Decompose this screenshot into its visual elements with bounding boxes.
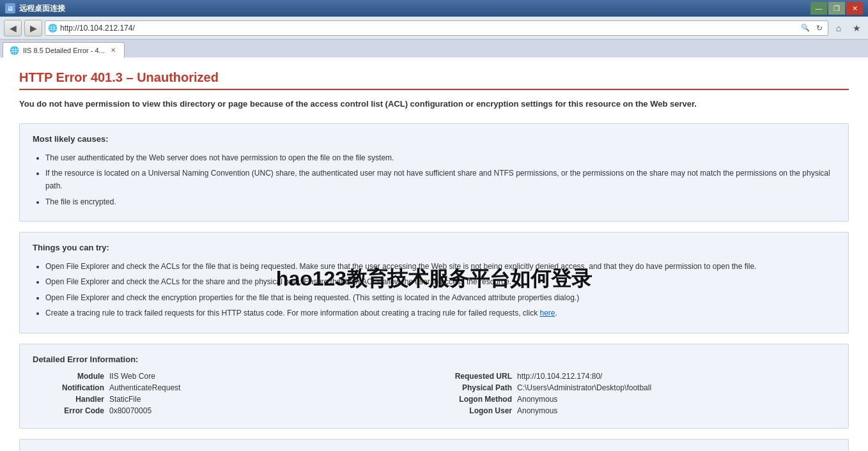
detail-logonmethod-row: Logon Method Anonymous <box>440 395 835 404</box>
thing-item-3: Open File Explorer and check the encrypt… <box>45 291 835 304</box>
notification-value: AuthenticateRequest <box>109 383 180 392</box>
window-chrome: 🖥 远程桌面连接 — ❐ ✕ ◀ ▶ 🌐 🔍 ↻ ⌂ ★ 🌐 <box>0 0 868 451</box>
detail-title: Detailed Error Information: <box>33 355 835 364</box>
detail-handler-row: Handler StaticFile <box>33 395 428 404</box>
module-label: Module <box>33 372 109 381</box>
logonuser-label: Logon User <box>440 406 517 415</box>
tab-bar: 🌐 IIS 8.5 Detailed Error - 4... ✕ <box>0 40 868 57</box>
error-description: You do not have permission to view this … <box>19 98 849 111</box>
restore-button[interactable]: ❐ <box>828 2 845 15</box>
detail-notification-row: Notification AuthenticateRequest <box>33 383 428 392</box>
cause-item-1: The user authenticated by the Web server… <box>45 151 835 164</box>
error-title: HTTP Error 401.3 – Unauthorized <box>19 70 849 90</box>
detail-columns: Module IIS Web Core Notification Authent… <box>33 372 835 418</box>
tab-icon: 🌐 <box>10 46 19 55</box>
logonmethod-label: Logon Method <box>440 395 517 404</box>
logonmethod-value: Anonymous <box>517 395 557 404</box>
path-value: C:\Users\Administrator\Desktop\football <box>517 383 651 392</box>
notification-label: Notification <box>33 383 109 392</box>
detail-section: Detailed Error Information: Module IIS W… <box>19 344 849 429</box>
thing-item-1: Open File Explorer and check the ACLs fo… <box>45 260 835 273</box>
url-value: http://10.104.212.174:80/ <box>517 372 602 381</box>
causes-list: The user authenticated by the Web server… <box>33 151 835 209</box>
browser-content: hao123教育技术服务平台如何登录 HTTP Error 401.3 – Un… <box>0 57 868 451</box>
address-refresh-button[interactable]: ↻ <box>814 22 825 34</box>
url-label: Requested URL <box>440 372 517 381</box>
title-bar-left: 🖥 远程桌面连接 <box>5 3 65 14</box>
back-button[interactable]: ◀ <box>4 20 22 36</box>
thing-item-4: Create a tracing rule to track failed re… <box>45 307 835 319</box>
path-label: Physical Path <box>440 383 517 392</box>
home-button[interactable]: ⌂ <box>831 20 846 36</box>
window-title: 远程桌面连接 <box>19 3 65 14</box>
thing-item-2: Open File Explorer and check the ACLs fo… <box>45 275 835 288</box>
things-list: Open File Explorer and check the ACLs fo… <box>33 260 835 320</box>
address-bar: 🌐 🔍 ↻ <box>45 20 828 36</box>
handler-value: StaticFile <box>109 395 141 404</box>
tab-close-button[interactable]: ✕ <box>109 46 118 54</box>
more-section: More Information: <box>19 439 849 451</box>
detail-module-row: Module IIS Web Core <box>33 372 428 381</box>
things-title: Things you can try: <box>33 243 835 252</box>
address-bar-icon: 🌐 <box>48 24 58 33</box>
close-button[interactable]: ✕ <box>846 2 863 15</box>
detail-left-col: Module IIS Web Core Notification Authent… <box>33 372 428 418</box>
cause-item-3: The file is encrypted. <box>45 195 835 208</box>
forward-button[interactable]: ▶ <box>24 20 42 36</box>
tab-label: IIS 8.5 Detailed Error - 4... <box>23 47 105 54</box>
window-icon: 🖥 <box>5 3 15 13</box>
module-value: IIS Web Core <box>109 372 155 381</box>
logonuser-value: Anonymous <box>517 406 557 415</box>
things-section: Things you can try: Open File Explorer a… <box>19 232 849 333</box>
detail-url-row: Requested URL http://10.104.212.174:80/ <box>440 372 835 381</box>
causes-title: Most likely causes: <box>33 134 835 144</box>
here-link[interactable]: here <box>539 309 555 317</box>
address-search-button[interactable]: 🔍 <box>800 22 811 34</box>
address-input[interactable] <box>60 24 797 33</box>
handler-label: Handler <box>33 395 109 404</box>
minimize-button[interactable]: — <box>810 2 827 15</box>
errorcode-value: 0x80070005 <box>109 406 151 415</box>
thing-item-4-text: Create a tracing rule to track failed re… <box>45 309 539 317</box>
detail-logonuser-row: Logon User Anonymous <box>440 406 835 415</box>
window-controls: — ❐ ✕ <box>810 2 863 15</box>
errorcode-label: Error Code <box>33 406 109 415</box>
cause-item-2: If the resource is located on a Universa… <box>45 167 835 193</box>
title-bar: 🖥 远程桌面连接 — ❐ ✕ <box>0 0 868 17</box>
favorites-button[interactable]: ★ <box>849 20 864 36</box>
detail-path-row: Physical Path C:\Users\Administrator\Des… <box>440 383 835 392</box>
detail-right-col: Requested URL http://10.104.212.174:80/ … <box>440 372 835 418</box>
detail-errorcode-row: Error Code 0x80070005 <box>33 406 428 415</box>
tab-iis-error[interactable]: 🌐 IIS 8.5 Detailed Error - 4... ✕ <box>3 42 125 57</box>
causes-section: Most likely causes: The user authenticat… <box>19 123 849 222</box>
